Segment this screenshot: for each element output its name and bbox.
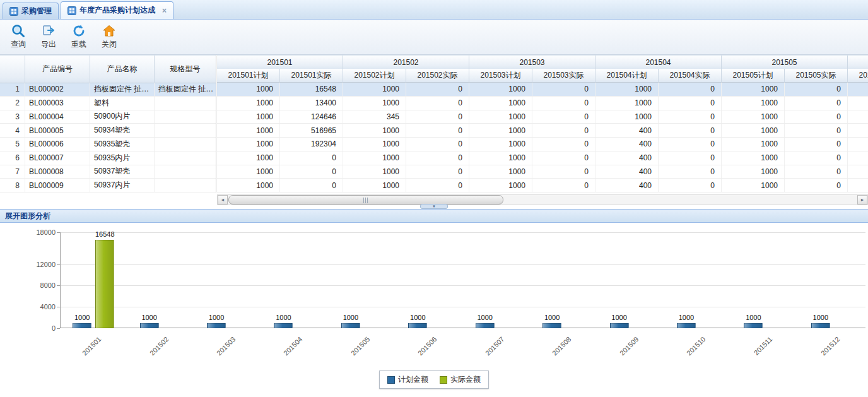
table-row-fixed[interactable]: 4BL00000550934塑壳 <box>0 124 216 138</box>
scroll-right-arrow-icon[interactable]: ► <box>857 195 867 204</box>
y-axis-label: 4000 <box>16 303 56 311</box>
x-axis-label: 201501 <box>66 335 103 372</box>
column-group-header[interactable]: 201504 <box>595 56 722 69</box>
table-row-fixed[interactable]: 5BL00000650935塑壳 <box>0 138 216 151</box>
column-header[interactable]: 201506计划 <box>848 69 868 83</box>
value-cell: 1000 <box>343 124 406 137</box>
table-row-fixed[interactable]: 3BL00000450900内片 <box>0 110 216 124</box>
product-code-cell: BL000004 <box>25 110 90 124</box>
button-label: 查询 <box>11 39 26 50</box>
x-axis-label: 201504 <box>267 335 304 372</box>
value-cell: 516965 <box>280 124 343 137</box>
table-row-fixed[interactable]: 8BL00000950937内片 <box>0 179 216 193</box>
table-row[interactable]: 100001000010000400010000 <box>217 179 868 193</box>
row-number-cell: 1 <box>0 83 25 96</box>
value-cell: 0 <box>280 151 343 165</box>
value-cell: 1000 <box>595 83 659 96</box>
plan-bar <box>542 323 561 328</box>
legend-item[interactable]: 实际金额 <box>440 374 481 385</box>
row-number-cell: 3 <box>0 110 25 124</box>
scroll-left-arrow-icon[interactable]: ◄ <box>218 195 228 204</box>
column-header[interactable]: 201501计划 <box>217 69 280 83</box>
column-group-header[interactable]: 201506 <box>848 56 868 69</box>
bar-value-label: 1000 <box>460 314 510 321</box>
column-header[interactable]: 201503计划 <box>469 69 532 83</box>
value-cell: 1000 <box>217 165 280 179</box>
plan-bar <box>274 323 293 328</box>
spec-cell <box>155 97 216 110</box>
table-row[interactable]: 10001654810000100001000010000 <box>217 83 868 97</box>
legend-item[interactable]: 计划金额 <box>387 374 428 385</box>
module-icon <box>9 7 18 16</box>
x-axis-label: 201507 <box>469 335 505 372</box>
table-row-fixed[interactable]: 1BL000002挡板固定件 扯…挡板固定件 扯… <box>0 83 216 97</box>
column-header-product-code[interactable]: 产品编号 <box>25 56 90 83</box>
value-cell: 1000 <box>217 124 280 137</box>
column-header[interactable]: 201504实际 <box>659 69 722 83</box>
plan-bar <box>341 323 360 328</box>
tab-procurement-management[interactable]: 采购管理 <box>3 3 59 19</box>
column-header-product-name[interactable]: 产品名称 <box>90 56 155 83</box>
x-axis-label: 201512 <box>804 335 841 372</box>
table-row-fixed[interactable]: 7BL00000850937塑壳 <box>0 165 216 179</box>
value-cell: 1000 <box>469 165 532 179</box>
column-group-header[interactable]: 201503 <box>469 56 595 69</box>
value-cell: 0 <box>785 179 848 192</box>
reload-button[interactable]: 重载 <box>66 21 92 53</box>
legend-swatch <box>440 376 447 384</box>
chart-panel-header[interactable]: 展开图形分析 <box>0 209 868 223</box>
table-row[interactable]: 100001000010000400010000 <box>217 151 868 165</box>
value-cell: 1000 <box>722 97 785 110</box>
grid-header-locked: 产品编号 产品名称 规格型号 <box>0 55 216 83</box>
scrollbar-thumb[interactable] <box>228 195 503 204</box>
value-cell: 1000 <box>343 179 406 192</box>
column-header[interactable]: 201504计划 <box>595 69 659 83</box>
column-group-header[interactable]: 201501 <box>217 56 343 69</box>
plan-bar <box>73 323 91 328</box>
y-axis-tick <box>57 328 60 329</box>
table-row[interactable]: 10005169651000010000400010000 <box>217 124 868 138</box>
value-cell: 400 <box>595 138 659 151</box>
close-button[interactable]: 关闭 <box>96 21 122 53</box>
table-row[interactable]: 10001923041000010000400010000 <box>217 138 868 151</box>
tab-close-icon[interactable]: × <box>162 7 167 15</box>
x-axis-label: 201503 <box>201 335 237 372</box>
panel-title: 展开图形分析 <box>5 211 50 220</box>
product-code-cell: BL000003 <box>25 97 90 110</box>
spec-cell: 挡板固定件 扯… <box>155 83 216 96</box>
table-row[interactable]: 100001000010000400010000 <box>217 165 868 179</box>
scrollbar-grip <box>363 198 369 203</box>
table-row-fixed[interactable]: 6BL00000750935内片 <box>0 151 216 165</box>
spec-cell <box>155 165 216 179</box>
value-cell: 400 <box>595 151 659 165</box>
tab-annual-plan-achievement[interactable]: 年度产品采购计划达成 × <box>61 1 173 19</box>
plan-bar <box>207 323 226 328</box>
value-cell: 0 <box>785 110 848 124</box>
y-axis-label: 12000 <box>16 261 56 268</box>
column-header[interactable]: 201505计划 <box>722 69 785 83</box>
horizontal-scrollbar[interactable]: ◄ ► <box>217 194 868 205</box>
table-row[interactable]: 10001340010000100001000010000 <box>217 97 868 110</box>
plan-bar <box>811 323 830 328</box>
column-header[interactable]: 201502实际 <box>406 69 469 83</box>
value-cell: 1000 <box>217 179 280 192</box>
product-name-cell: 塑料 <box>90 97 155 110</box>
query-button[interactable]: 查询 <box>5 21 32 53</box>
table-row-fixed[interactable]: 2BL000003塑料 <box>0 97 216 110</box>
column-header[interactable]: 201501实际 <box>280 69 343 83</box>
column-header[interactable]: 201502计划 <box>343 69 406 83</box>
column-group-header[interactable]: 201505 <box>722 56 848 69</box>
value-cell: 0 <box>532 83 595 96</box>
table-row[interactable]: 10001246463450100001000010000 <box>217 110 868 124</box>
column-header[interactable]: 201503实际 <box>532 69 595 83</box>
export-button[interactable]: 导出 <box>35 21 62 53</box>
column-group-header[interactable]: 201502 <box>343 56 469 69</box>
product-name-cell: 50937塑壳 <box>90 165 155 179</box>
column-header[interactable]: 201505实际 <box>785 69 848 83</box>
value-cell: 1000 <box>469 83 532 96</box>
product-code-cell: BL000007 <box>25 151 90 165</box>
value-cell: 0 <box>532 110 595 124</box>
column-header-spec[interactable]: 规格型号 <box>155 56 216 83</box>
toolbar: 查询 导出 重载 关闭 <box>0 20 868 55</box>
panel-collapse-handle[interactable]: ▼ <box>420 204 448 209</box>
